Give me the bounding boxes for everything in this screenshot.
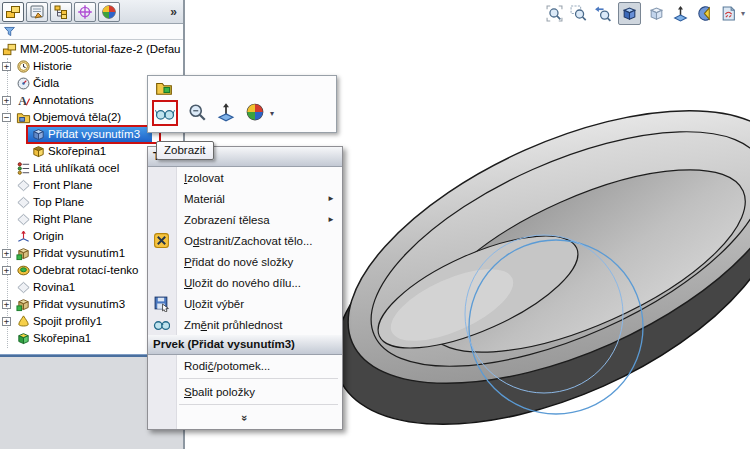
expand-icon[interactable]: + — [2, 266, 11, 275]
material-icon — [16, 161, 31, 176]
menu-separator — [179, 404, 338, 405]
shell-yellow-icon — [31, 144, 46, 159]
featuremanager-tab[interactable] — [2, 2, 24, 22]
bodies-folder-icon — [16, 110, 31, 125]
menu-item[interactable]: Izolovat — [148, 167, 342, 188]
boss-extrude-icon — [16, 246, 31, 261]
tree-item-label: Přidat vysunutím1 — [33, 245, 125, 262]
menu-item[interactable]: Odstranit/Zachovat tělo... — [148, 230, 342, 251]
configurationmanager-tab[interactable] — [50, 2, 72, 22]
tree-item[interactable]: +Historie — [0, 58, 183, 75]
toolbar-caret[interactable]: ▾ — [741, 9, 749, 18]
chevron-down-icon[interactable]: ▾ — [270, 109, 274, 118]
normal-to-button[interactable] — [216, 102, 236, 124]
menu-item[interactable]: Přidat do nové složky — [148, 251, 342, 272]
view-settings-button[interactable] — [672, 5, 689, 22]
expand-icon[interactable]: + — [2, 96, 11, 105]
expand-icon[interactable]: + — [2, 300, 11, 309]
menu-item-label: Odstranit/Zachovat tělo... — [184, 235, 313, 247]
menu-item-label: Zobrazení tělesa — [184, 214, 270, 226]
part-icon — [2, 42, 17, 57]
menu-item-label: Rodič/potomek... — [184, 360, 270, 372]
plane-icon — [16, 178, 31, 193]
tree-item-label: Rovina1 — [33, 279, 75, 296]
chevron-double-down-icon: » — [239, 415, 251, 421]
show-button[interactable] — [152, 100, 178, 126]
dimxpert-tab[interactable] — [74, 2, 96, 22]
filter-icon — [3, 25, 16, 38]
plane-icon — [16, 212, 31, 227]
tree-item-label: Čidla — [33, 75, 59, 92]
view-orientation-button[interactable] — [618, 2, 641, 25]
dimxpert-icon — [77, 4, 93, 20]
tree-filter-bar[interactable] — [0, 24, 183, 40]
propertymanager-tab[interactable] — [26, 2, 48, 22]
save-selection-icon — [153, 295, 170, 312]
tree-root-item[interactable]: MM-2005-tutorial-faze-2 (Defau — [0, 41, 183, 58]
add-to-new-folder-button[interactable] — [155, 79, 173, 99]
plane-icon — [16, 195, 31, 210]
section-view-button[interactable] — [696, 5, 713, 22]
tree-item-label: Right Plane — [33, 211, 92, 228]
submenu-arrow-icon: ► — [327, 194, 335, 203]
menu-item-label: Přidat do nové složky — [184, 256, 293, 268]
featuremanager-tabbar: » — [0, 0, 183, 24]
zoom-select-icon — [187, 102, 207, 122]
revolve-cut-icon — [16, 263, 31, 278]
hide-show-items-button[interactable] — [720, 5, 737, 22]
delete-keep-icon — [153, 232, 170, 249]
displaymanager-icon — [101, 4, 117, 20]
menu-item-label: Izolovat — [184, 172, 224, 184]
configurationmanager-icon — [53, 4, 69, 20]
normal-arrow-icon — [672, 5, 689, 22]
expand-icon[interactable]: + — [2, 62, 11, 71]
tree-item-label: Objemová těla(2) — [33, 109, 121, 126]
zoom-to-selection-button[interactable] — [187, 102, 207, 124]
add-folder-icon — [155, 79, 173, 97]
tree-item-label: Litá uhlíkatá ocel — [33, 160, 119, 177]
menu-item[interactable]: Rodič/potomek... — [148, 355, 342, 376]
menu-item[interactable]: Uložit výběr — [148, 293, 342, 314]
tree-item-label: Přidat vysunutím3 — [33, 296, 125, 313]
tabbar-overflow-button[interactable]: » — [170, 5, 177, 19]
hide-show-icon — [720, 5, 737, 22]
menu-item-label: Uložit výběr — [184, 298, 244, 310]
boss-extrude-icon — [16, 297, 31, 312]
tree-item-label: Front Plane — [33, 177, 92, 194]
view-cube-icon — [621, 5, 638, 22]
svg-text:A: A — [18, 94, 27, 108]
menu-item[interactable]: Změnit průhlednost — [148, 314, 342, 335]
previous-view-button[interactable] — [594, 5, 611, 22]
submenu-arrow-icon: ► — [327, 215, 335, 224]
menu-expand-chevron[interactable]: » — [148, 407, 342, 429]
expand-icon[interactable]: + — [2, 249, 11, 258]
appearances-button[interactable] — [245, 102, 265, 124]
zoom-to-fit-button[interactable] — [546, 5, 563, 22]
menu-item[interactable]: Sbalit položky — [148, 381, 342, 402]
history-icon — [16, 59, 31, 74]
tree-item-label: Odebrat rotací-tenko — [33, 262, 138, 279]
tree-item-label: MM-2005-tutorial-faze-2 (Defau — [20, 41, 180, 58]
tree-item-label: Top Plane — [33, 194, 84, 211]
plane-icon — [16, 280, 31, 295]
display-style-icon — [648, 5, 665, 22]
glasses-icon — [155, 103, 175, 123]
displaymanager-tab[interactable] — [98, 2, 120, 22]
origin-icon — [16, 229, 31, 244]
menu-item-label: Uložit do nového dílu... — [184, 277, 301, 289]
tree-item-label: Skořepina1 — [48, 143, 106, 160]
menu-item[interactable]: Materiál► — [148, 188, 342, 209]
part-tab-icon — [5, 4, 21, 20]
expand-icon[interactable]: + — [2, 317, 11, 326]
shell-green-icon — [16, 331, 31, 346]
display-style-button[interactable] — [648, 5, 665, 22]
previous-view-icon — [594, 5, 611, 22]
menu-separator — [179, 378, 338, 379]
tree-item-label: Skořepina1 — [33, 330, 91, 347]
zoom-to-area-button[interactable] — [570, 5, 587, 22]
menu-item[interactable]: Uložit do nového dílu... — [148, 272, 342, 293]
menu-item[interactable]: Zobrazení tělesa► — [148, 209, 342, 230]
sensors-icon — [16, 76, 31, 91]
context-toolbar-row2: ▾ — [152, 100, 274, 126]
collapse-icon[interactable]: − — [2, 113, 11, 122]
